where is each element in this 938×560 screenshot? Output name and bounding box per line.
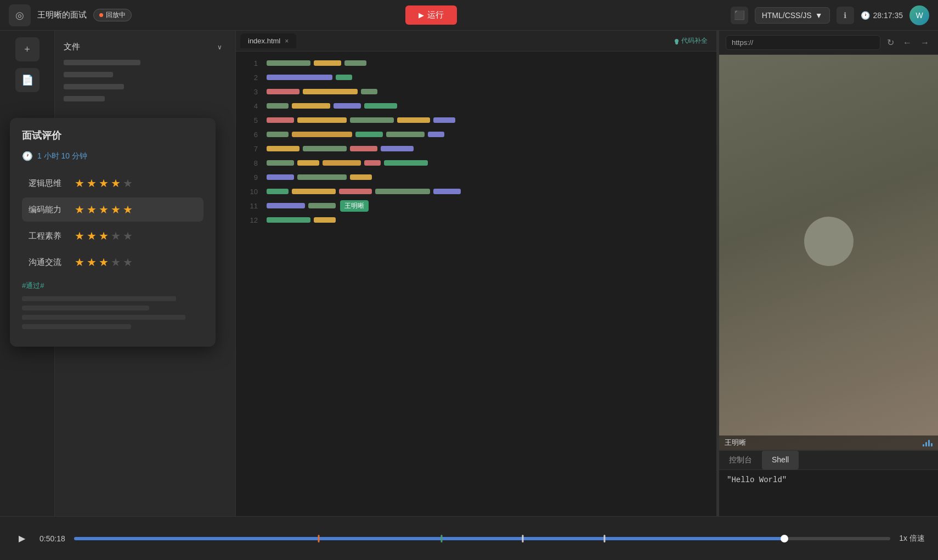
star-3-1[interactable]: ★ [75, 256, 84, 269]
token-8-4 [384, 160, 428, 166]
file-item[interactable] [55, 56, 235, 69]
info-icon: ℹ [844, 11, 846, 20]
console-tabs: 控制台 Shell [719, 451, 938, 470]
star-2-4[interactable]: ★ [111, 229, 121, 242]
star-1-2[interactable]: ★ [87, 203, 97, 216]
editor-tab-index[interactable]: index.html × [240, 33, 296, 48]
star-0-5[interactable]: ★ [123, 177, 133, 190]
code-line-4: 4 [236, 99, 716, 113]
refresh-button[interactable]: ↻ [885, 35, 896, 50]
token-6-2 [355, 132, 383, 137]
audio-bars [923, 439, 933, 446]
url-input[interactable] [726, 35, 880, 50]
logo-button[interactable]: ◎ [9, 4, 31, 26]
code-tokens-8 [267, 160, 428, 166]
eval-time-label: 1 小时 10 分钟 [37, 151, 87, 161]
audio-bar-1 [923, 444, 924, 446]
file-panel-header: 文件 ∨ [55, 37, 235, 56]
token-11-0 [267, 203, 305, 208]
token-2-1 [336, 75, 352, 80]
forward-button[interactable]: → [918, 36, 931, 50]
code-line-8: 8 [236, 156, 716, 170]
file-item[interactable] [55, 93, 235, 105]
file-expand-icon[interactable]: ∨ [217, 43, 222, 51]
file-item[interactable] [55, 81, 235, 93]
file-bar [64, 84, 124, 89]
stars-3[interactable]: ★★★★★ [75, 256, 133, 269]
star-2-2[interactable]: ★ [87, 229, 97, 242]
star-3-4[interactable]: ★ [111, 256, 121, 269]
code-content: 1234567891011王明晰12 [236, 52, 716, 516]
star-0-4[interactable]: ★ [111, 177, 121, 190]
back-button[interactable]: ← [901, 36, 914, 50]
header: ◎ 王明晰的面试 回放中 ▶ 运行 ⬛ HTML/CSS/JS ▼ ℹ 🕐 28… [0, 0, 938, 31]
star-2-1[interactable]: ★ [75, 229, 84, 242]
token-5-2 [350, 117, 394, 123]
token-2-0 [267, 75, 332, 80]
star-1-4[interactable]: ★ [111, 203, 121, 216]
token-7-0 [267, 146, 300, 151]
token-12-1 [314, 217, 336, 223]
star-3-2[interactable]: ★ [87, 256, 97, 269]
eval-tag: #通过# [22, 281, 204, 291]
eval-text-line-2 [22, 315, 185, 320]
code-tokens-7 [267, 146, 414, 151]
star-1-3[interactable]: ★ [99, 203, 109, 216]
line-number-1: 1 [240, 59, 258, 67]
sidebar-file-button[interactable]: 📄 [15, 68, 39, 92]
timeline[interactable] [74, 537, 891, 540]
star-3-3[interactable]: ★ [99, 256, 109, 269]
star-1-5[interactable]: ★ [123, 203, 133, 216]
run-play-icon: ▶ [419, 11, 424, 19]
tab-console[interactable]: 控制台 [719, 451, 762, 470]
stars-2[interactable]: ★★★★★ [75, 229, 133, 242]
token-7-2 [350, 146, 377, 151]
token-4-0 [267, 103, 289, 109]
playback-play-button[interactable]: ▶ [13, 530, 31, 547]
line-number-11: 11 [240, 202, 258, 210]
eval-title: 面试评价 [22, 129, 204, 142]
token-10-3 [375, 189, 430, 194]
code-tokens-2 [267, 75, 352, 80]
code-line-3: 3 [236, 84, 716, 99]
timeline-track [74, 537, 891, 540]
token-3-1 [303, 89, 358, 94]
star-0-3[interactable]: ★ [99, 177, 109, 190]
evaluation-popup: 面试评价 🕐 1 小时 10 分钟 逻辑思维★★★★★编码能力★★★★★工程素养… [10, 118, 216, 347]
stars-0[interactable]: ★★★★★ [75, 177, 133, 190]
audio-bar-4 [931, 443, 933, 446]
star-0-1[interactable]: ★ [75, 177, 84, 190]
timeline-thumb[interactable] [781, 535, 788, 542]
stars-1[interactable]: ★★★★★ [75, 203, 133, 216]
star-2-3[interactable]: ★ [99, 229, 109, 242]
console-output: "Hello World" [719, 470, 938, 516]
language-selector[interactable]: HTML/CSS/JS ▼ [755, 7, 830, 24]
token-1-1 [314, 60, 341, 66]
token-5-4 [433, 117, 455, 123]
token-9-1 [297, 174, 347, 180]
file-item[interactable] [55, 69, 235, 81]
playback-time: 0:50:18 [39, 534, 65, 543]
code-line-12: 12 [236, 213, 716, 227]
sidebar-add-button[interactable]: + [15, 37, 39, 61]
eval-row-label-3: 沟通交流 [29, 257, 68, 268]
star-3-5[interactable]: ★ [123, 256, 133, 269]
eval-row-2: 工程素养★★★★★ [22, 224, 204, 248]
star-2-5[interactable]: ★ [123, 229, 133, 242]
speed-button[interactable]: 1x 倍速 [899, 534, 925, 544]
avatar[interactable]: W [909, 5, 929, 25]
star-0-2[interactable]: ★ [87, 177, 97, 190]
run-button[interactable]: ▶ 运行 [405, 5, 457, 25]
tab-shell[interactable]: Shell [762, 451, 799, 470]
token-10-4 [433, 189, 461, 194]
tab-close-icon[interactable]: × [285, 37, 289, 45]
code-tokens-9 [267, 174, 372, 180]
token-1-0 [267, 60, 310, 66]
debug-button[interactable]: ⬛ [731, 7, 748, 24]
code-line-11: 11王明晰 [236, 199, 716, 213]
star-1-1[interactable]: ★ [75, 203, 84, 216]
token-4-3 [364, 103, 397, 109]
file-bar [64, 60, 140, 65]
info-button[interactable]: ℹ [837, 7, 854, 24]
token-10-0 [267, 189, 289, 194]
